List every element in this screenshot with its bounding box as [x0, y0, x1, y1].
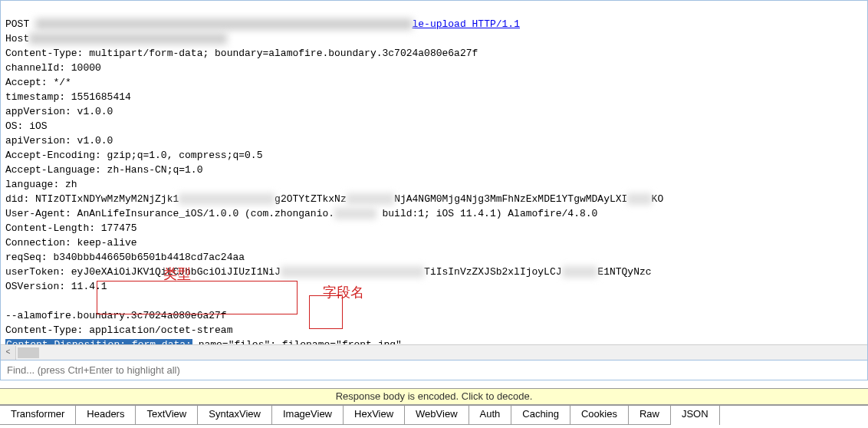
tab-cookies[interactable]: Cookies [570, 406, 629, 425]
tab-syntaxview[interactable]: SyntaxView [198, 406, 272, 425]
response-decode-notice[interactable]: Response body is encoded. Click to decod… [0, 388, 868, 405]
body-part-content-type: Content-Type: application/octet-stream [5, 324, 232, 336]
response-tabs: Transformer Headers TextView SyntaxView … [0, 405, 868, 425]
token-redacted-1 [281, 266, 424, 278]
header-token-mid: TiIsInVzZXJSb2xlIjoyLCJ [424, 266, 561, 278]
scroll-thumb[interactable] [18, 347, 39, 358]
tab-imageview[interactable]: ImageView [272, 406, 344, 425]
header-did-prefix: did: NTIzOTIxNDYwMzMyM2NjZjk1 [5, 193, 179, 205]
did-redacted-2 [347, 193, 394, 205]
header-os: OS: iOS [5, 120, 48, 132]
ua-redacted [334, 208, 376, 219]
did-redacted-1 [179, 193, 275, 205]
scroll-track[interactable] [16, 346, 867, 360]
header-did-end: KO [652, 193, 664, 205]
http-method: POST [5, 18, 29, 30]
header-host-label: Host [5, 33, 29, 44]
header-req-seq: reqSeq: b340bbb446650b6501b4418cd7ac24aa [5, 252, 245, 263]
url-redacted [35, 18, 412, 30]
request-panel: POST le-upload HTTP/1.1 Host Content-Typ… [0, 0, 868, 361]
header-content-length: Content-Length: 177475 [5, 222, 137, 234]
header-accept-language: Accept-Language: zh-Hans-CN;q=1.0 [5, 164, 202, 176]
header-channel-id: channelId: 10000 [5, 62, 101, 74]
header-token-end: E1NTQyNzc [597, 266, 651, 278]
header-ua-suffix: build:1; iOS 11.4.1) Alamofire/4.8.0 [376, 208, 598, 219]
url-suffix: le-upload HTTP/1.1 [413, 18, 520, 30]
body-boundary: --alamofire.boundary.3c7024a080e6a27f [5, 310, 227, 321]
header-did-mid: g2OTYtZTkxNz [275, 193, 347, 205]
find-input[interactable] [7, 364, 861, 376]
header-timestamp: timestamp: 1551685414 [5, 91, 131, 103]
header-app-version: appVersion: v1.0.0 [5, 106, 113, 117]
tab-textview[interactable]: TextView [136, 406, 198, 425]
tab-headers[interactable]: Headers [76, 406, 136, 425]
scroll-left-button[interactable]: < [1, 346, 16, 360]
header-os-version: OSVersion: 11.4.1 [5, 281, 107, 292]
header-language: language: zh [5, 179, 77, 190]
tab-json[interactable]: JSON [671, 406, 720, 425]
request-raw-content[interactable]: POST le-upload HTTP/1.1 Host Content-Typ… [1, 1, 867, 361]
header-api-version: apiVersion: v1.0.0 [5, 135, 113, 147]
did-redacted-3 [627, 193, 651, 205]
host-redacted [29, 33, 226, 44]
header-did-suffix: NjA4NGM0Mjg4Njg3MmFhNzExMDE1YTgwMDAyLXI [394, 193, 627, 205]
token-redacted-2 [562, 266, 598, 278]
header-token-prefix: userToken: eyJ0eXAiOiJKV1QiLCJhbGciOiJIU… [5, 266, 281, 278]
header-ua-prefix: User-Agent: AnAnLifeInsurance_iOS/1.0.0 … [5, 208, 334, 219]
header-content-type: Content-Type: multipart/form-data; bound… [5, 48, 478, 59]
header-accept: Accept: */* [5, 77, 71, 88]
horizontal-scrollbar[interactable]: < [1, 344, 867, 360]
tab-webview[interactable]: WebView [405, 406, 469, 425]
find-bar [0, 361, 868, 380]
tab-hexview[interactable]: HexView [344, 406, 405, 425]
tab-auth[interactable]: Auth [469, 406, 512, 425]
header-connection: Connection: keep-alive [5, 237, 137, 249]
tab-transformer[interactable]: Transformer [0, 406, 76, 425]
tab-raw[interactable]: Raw [629, 406, 671, 425]
header-accept-encoding: Accept-Encoding: gzip;q=1.0, compress;q=… [5, 150, 262, 161]
tab-caching[interactable]: Caching [511, 406, 570, 425]
